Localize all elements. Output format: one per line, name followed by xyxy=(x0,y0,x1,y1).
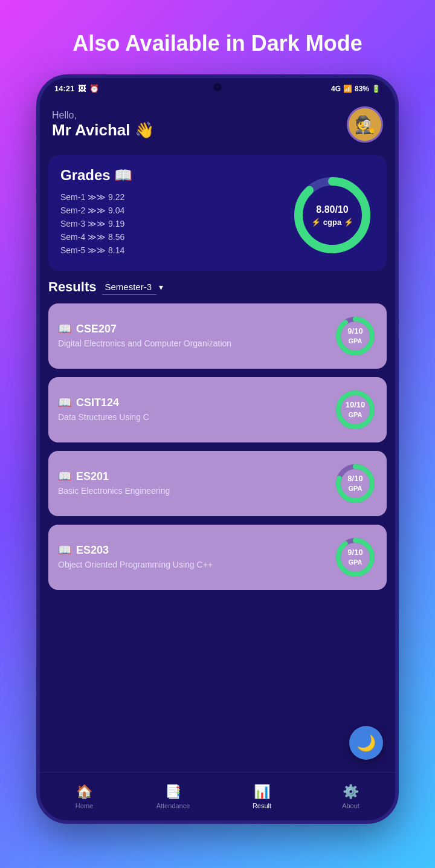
book-icon-3: 📖 xyxy=(58,470,71,483)
semester-dropdown-wrapper[interactable]: Semester-3 Semester-1 Semester-2 Semeste… xyxy=(102,279,163,295)
avatar-emoji: 🕵️ xyxy=(355,115,376,135)
status-time: 14:21 xyxy=(54,84,74,93)
book-icon-1: 📖 xyxy=(58,322,71,335)
subject-code-es201: 📖 ES201 xyxy=(58,470,334,483)
gpa-donut-csit124: 10/10 GPA xyxy=(334,388,377,432)
status-alarm-icon: ⏰ xyxy=(89,84,99,93)
subject-code-cse207: 📖 CSE207 xyxy=(58,322,334,335)
dark-mode-fab[interactable]: 🌙 xyxy=(349,726,383,760)
sem-5-row: Sem-5 ≫≫ 8.14 xyxy=(60,245,280,255)
semester-select[interactable]: Semester-3 Semester-1 Semester-2 Semeste… xyxy=(102,279,156,295)
subject-name-es201: Basic Electronics Engineering xyxy=(58,485,334,497)
subject-card-csit124[interactable]: 📖 CSIT124 Data Structures Using C 10/10 … xyxy=(48,377,387,442)
user-name: Mr Avichal 👋 xyxy=(52,121,154,140)
status-bars-icon: 📶 xyxy=(343,85,352,93)
status-right: 4G 📶 83% 🔋 xyxy=(331,85,381,93)
sem-2-row: Sem-2 ≫≫ 9.04 xyxy=(60,206,280,215)
gpa-donut-es201: 8/10 GPA xyxy=(334,462,377,505)
phone-content[interactable]: Hello, Mr Avichal 👋 🕵️ Grades 📖 Sem-1 ≫≫… xyxy=(40,97,395,820)
nav-item-result[interactable]: 📊 Result xyxy=(218,784,306,809)
book-icon-4: 📖 xyxy=(58,543,71,557)
subject-name-cse207: Digital Electronics and Computer Organiz… xyxy=(58,338,334,350)
chevron-down-icon: ▾ xyxy=(159,282,163,292)
subject-card-es203[interactable]: 📖 ES203 Object Oriented Programming Usin… xyxy=(48,525,387,590)
status-photo-icon: 🖼 xyxy=(78,84,86,93)
nav-label-about: About xyxy=(342,802,359,809)
results-section: Results Semester-3 Semester-1 Semester-2… xyxy=(48,279,387,590)
bottom-nav: 🏠 Home 📑 Attendance 📊 Result ⚙️ About xyxy=(40,772,395,820)
sem-4-row: Sem-4 ≫≫ 8.56 xyxy=(60,232,280,242)
sem-3-row: Sem-3 ≫≫ 9.19 xyxy=(60,219,280,228)
about-icon: ⚙️ xyxy=(343,784,359,800)
camera-notch xyxy=(213,83,222,91)
cgpa-donut: 8.80/10 ⚡ cgpa ⚡ xyxy=(290,173,375,257)
home-icon: 🏠 xyxy=(76,784,92,800)
subject-info-csit124: 📖 CSIT124 Data Structures Using C xyxy=(58,396,334,424)
grades-card: Grades 📖 Sem-1 ≫≫ 9.22 Sem-2 ≫≫ 9.04 Sem… xyxy=(48,155,387,271)
result-icon: 📊 xyxy=(254,784,270,800)
phone-frame: 14:21 🖼 ⏰ 4G 📶 83% 🔋 Hello, Mr Avichal 👋… xyxy=(36,74,399,824)
sem-1-row: Sem-1 ≫≫ 9.22 xyxy=(60,192,280,202)
attendance-icon: 📑 xyxy=(165,784,181,800)
status-signal: 4G xyxy=(331,85,341,93)
book-icon-2: 📖 xyxy=(58,396,71,409)
nav-item-attendance[interactable]: 📑 Attendance xyxy=(129,784,218,809)
gpa-donut-es203: 9/10 GPA xyxy=(334,536,377,579)
avatar[interactable]: 🕵️ xyxy=(347,106,383,143)
subject-name-csit124: Data Structures Using C xyxy=(58,412,334,424)
status-battery-pct: 83% xyxy=(355,85,369,93)
svg-point-5 xyxy=(338,393,372,427)
subject-info-es203: 📖 ES203 Object Oriented Programming Usin… xyxy=(58,543,334,571)
subject-card-es201[interactable]: 📖 ES201 Basic Electronics Engineering 8/… xyxy=(48,451,387,516)
status-left: 14:21 🖼 ⏰ xyxy=(54,84,99,93)
svg-point-9 xyxy=(338,540,372,574)
subject-name-es203: Object Oriented Programming Using C++ xyxy=(58,559,334,571)
nav-label-attendance: Attendance xyxy=(156,802,190,809)
battery-icon: 🔋 xyxy=(372,85,381,93)
hello-label: Hello, xyxy=(52,110,154,121)
dark-mode-banner: Also Available in Dark Mode xyxy=(72,30,362,56)
gpa-donut-cse207: 9/10 GPA xyxy=(334,314,377,358)
results-title: Results xyxy=(48,279,96,295)
subject-info-cse207: 📖 CSE207 Digital Electronics and Compute… xyxy=(58,322,334,350)
nav-item-about[interactable]: ⚙️ About xyxy=(306,784,395,809)
header-text: Hello, Mr Avichal 👋 xyxy=(52,110,154,140)
subject-card-cse207[interactable]: 📖 CSE207 Digital Electronics and Compute… xyxy=(48,303,387,369)
subject-code-csit124: 📖 CSIT124 xyxy=(58,396,334,409)
nav-item-home[interactable]: 🏠 Home xyxy=(40,784,129,809)
grades-title: Grades 📖 xyxy=(60,167,280,184)
grades-right: 8.80/10 ⚡ cgpa ⚡ xyxy=(290,167,375,257)
grades-left: Grades 📖 Sem-1 ≫≫ 9.22 Sem-2 ≫≫ 9.04 Sem… xyxy=(60,167,280,259)
subject-info-es201: 📖 ES201 Basic Electronics Engineering xyxy=(58,470,334,497)
results-header: Results Semester-3 Semester-1 Semester-2… xyxy=(48,279,387,295)
nav-label-result: Result xyxy=(253,802,271,809)
svg-point-1 xyxy=(298,181,366,249)
moon-icon: 🌙 xyxy=(356,734,376,753)
nav-label-home: Home xyxy=(76,802,93,809)
svg-point-3 xyxy=(338,319,372,353)
app-header: Hello, Mr Avichal 👋 🕵️ xyxy=(40,97,395,155)
subject-code-es203: 📖 ES203 xyxy=(58,543,334,557)
